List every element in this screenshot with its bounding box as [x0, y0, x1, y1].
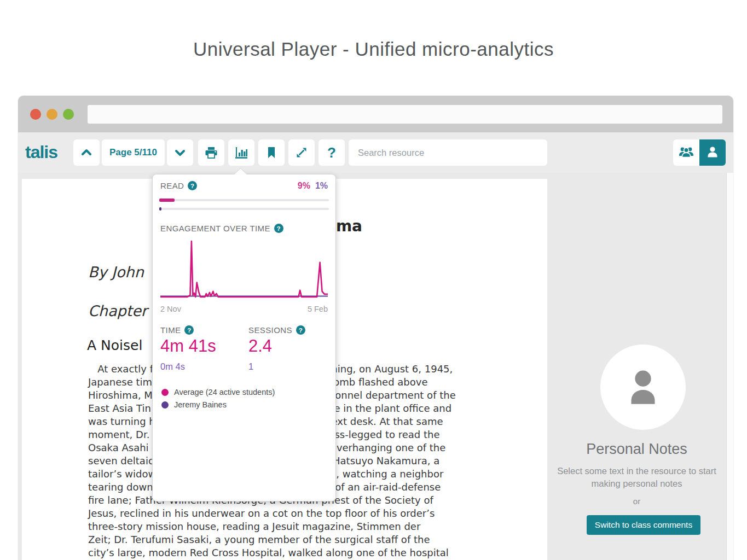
person-icon [705, 145, 720, 161]
class-comments-toggle-button[interactable] [673, 139, 699, 166]
bookmark-button[interactable] [258, 139, 285, 166]
document-line: Jesus, reclined in his underwear on a co… [88, 507, 456, 520]
read-label: READ [160, 181, 184, 190]
personal-notes-toggle-button[interactable] [699, 139, 726, 166]
personal-notes-title: Personal Notes [547, 441, 726, 458]
legend-item-average: Average (24 active students) [161, 388, 275, 396]
legend-dot-average [161, 389, 169, 396]
document-chapter: Chapter [88, 302, 147, 319]
or-separator: or [547, 497, 726, 506]
analytics-popover: READ ? 9%1% ENGAGEMENT OVER TIME ? 2 Nov… [152, 174, 336, 501]
address-bar[interactable] [88, 105, 722, 124]
axis-end-label: 5 Feb [308, 305, 328, 313]
switch-to-class-comments-button[interactable]: Switch to class comments [587, 515, 700, 535]
legend-dot-student [161, 401, 169, 409]
chevron-up-icon [80, 146, 93, 159]
maximize-button[interactable] [63, 109, 74, 120]
read-progress-average [159, 199, 329, 201]
analytics-button[interactable] [228, 139, 254, 166]
help-button[interactable]: ? [319, 139, 345, 166]
page-title: Universal Player - Unified micro-analyti… [0, 38, 747, 60]
read-progress-student [159, 208, 329, 210]
chart-x-axis: 2 Nov 5 Feb [160, 305, 328, 313]
question-mark-icon: ? [327, 144, 336, 161]
search-input[interactable] [349, 139, 547, 166]
help-icon[interactable]: ? [296, 325, 305, 335]
document-byline: By John [88, 264, 144, 281]
bookmark-icon [265, 146, 278, 159]
axis-start-label: 2 Nov [160, 305, 181, 313]
browser-window: talis Page 5/110 [18, 96, 733, 560]
player-toolbar: talis Page 5/110 [18, 132, 733, 173]
engagement-label: ENGAGEMENT OVER TIME [160, 224, 270, 233]
avatar [600, 345, 686, 430]
time-student-value: 0m 4s [160, 361, 185, 372]
document-section-heading: A Noisel [87, 337, 142, 353]
person-icon [619, 363, 667, 412]
expand-icon [295, 146, 308, 159]
personal-notes-panel: Personal Notes Select some text in the r… [547, 173, 726, 560]
sessions-label: SESSIONS [248, 325, 292, 335]
page-indicator[interactable]: Page 5/110 [102, 139, 165, 166]
time-average-value: 4m 41s [160, 336, 216, 356]
document-line: Zeit; Dr. Terufumi Sasaki, a young membe… [88, 533, 456, 546]
print-button[interactable] [198, 139, 224, 166]
document-line: three-story mission house, reading a Jes… [88, 520, 456, 533]
close-button[interactable] [30, 109, 41, 120]
read-student-percent: 1% [315, 181, 328, 190]
printer-icon [204, 145, 218, 160]
help-icon[interactable]: ? [274, 224, 283, 233]
group-icon [678, 145, 694, 160]
personal-notes-instructions: Select some text in the resource to star… [551, 465, 723, 490]
bar-chart-icon [234, 145, 249, 160]
scrollbar[interactable] [726, 173, 733, 560]
chevron-down-icon [173, 146, 187, 159]
fullscreen-button[interactable] [288, 139, 315, 166]
engagement-chart [160, 240, 328, 298]
minimize-button[interactable] [47, 109, 57, 120]
legend-label-student: Jeremy Baines [174, 400, 227, 409]
help-icon[interactable]: ? [184, 325, 194, 335]
document-line: city’s large, modern Red Cross Hospital,… [88, 546, 456, 559]
read-average-percent: 9% [298, 181, 310, 190]
browser-chrome [18, 96, 733, 132]
notes-mode-toggle [673, 139, 726, 166]
help-icon[interactable]: ? [188, 181, 197, 190]
legend-item-student: Jeremy Baines [161, 400, 227, 409]
talis-logo: talis [25, 142, 57, 162]
sessions-student-value: 1 [248, 361, 253, 372]
time-label: TIME [160, 325, 181, 335]
next-page-button[interactable] [167, 139, 193, 166]
legend-label-average: Average (24 active students) [174, 388, 275, 396]
previous-page-button[interactable] [73, 139, 100, 166]
sessions-average-value: 2.4 [248, 336, 272, 356]
